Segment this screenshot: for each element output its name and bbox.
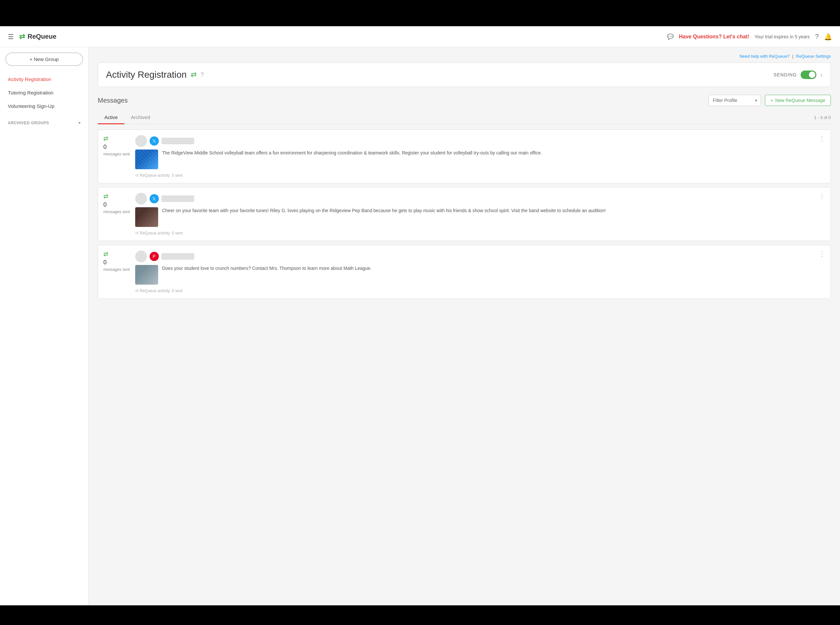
tabs-row: Active Archived 1 - 3 of 0 xyxy=(98,111,831,124)
logo-icon: ⇄ xyxy=(19,33,25,41)
stat-label: messages sent xyxy=(103,267,130,272)
help-icon[interactable]: ? xyxy=(815,33,819,40)
stat-number: 0 xyxy=(103,259,107,266)
stat-label: messages sent xyxy=(103,152,130,156)
activity-icon: ↺ xyxy=(135,173,139,178)
logo: ⇄ ReQueue xyxy=(19,33,56,41)
new-message-label: New ReQueue Message xyxy=(775,98,825,103)
chat-link[interactable]: Have Questions? Let's chat! xyxy=(679,34,750,40)
message-top: 𝕏 xyxy=(135,193,825,205)
header: ☰ ⇄ ReQueue 💬 Have Questions? Let's chat… xyxy=(0,26,840,47)
messages-controls: Filter Profile + New ReQueue Message xyxy=(708,95,831,106)
messages-header: Messages Filter Profile + New ReQueue Me… xyxy=(98,95,831,106)
message-body: The RidgeView Middle School volleyball t… xyxy=(135,149,825,169)
avatar xyxy=(135,250,147,262)
shuffle-icon: ⇄ xyxy=(103,193,108,200)
message-top: P xyxy=(135,250,825,262)
message-image xyxy=(135,265,158,285)
group-help-icon[interactable]: ? xyxy=(201,72,204,78)
account-bar xyxy=(161,196,194,202)
message-top: 𝕏 xyxy=(135,135,825,147)
message-stats: ⇄ 0 messages sent xyxy=(103,135,130,156)
archived-groups-label: ARCHIVED GROUPS xyxy=(8,121,49,125)
sending-label: SENDING xyxy=(774,72,797,78)
bottom-bar xyxy=(0,605,840,625)
archived-groups-toggle[interactable]: ARCHIVED GROUPS ▾ xyxy=(5,117,83,129)
activity-text: ReQueue activity: 0 sent xyxy=(140,231,183,235)
main-layout: + New Group Activity Registration Tutori… xyxy=(0,47,840,605)
requeue-settings-link[interactable]: ReQueue Settings xyxy=(796,54,831,59)
message-content: 𝕏 The RidgeView Middle School volleyball… xyxy=(135,135,825,178)
new-group-button[interactable]: + New Group xyxy=(5,53,83,66)
sending-toggle[interactable] xyxy=(801,70,817,79)
messages-title: Messages xyxy=(98,97,128,104)
message-image xyxy=(135,207,158,227)
message-text: Does your student love to crunch numbers… xyxy=(162,265,372,272)
activity-icon: ↺ xyxy=(135,231,139,235)
group-title-area: Activity Registration ⇄ ? xyxy=(106,70,204,80)
message-image xyxy=(135,149,158,169)
shuffle-icon: ⇄ xyxy=(103,250,108,258)
message-text: The RidgeView Middle School volleyball t… xyxy=(162,149,542,156)
logo-text: ReQueue xyxy=(28,33,56,40)
message-body: Does your student love to crunch numbers… xyxy=(135,265,825,285)
tab-active[interactable]: Active xyxy=(98,111,125,124)
header-right: 💬 Have Questions? Let's chat! Your trial… xyxy=(667,33,832,40)
new-message-button[interactable]: + New ReQueue Message xyxy=(765,95,831,106)
message-card: ⇄ 0 messages sent 𝕏 Cheer on your favori… xyxy=(98,187,831,241)
message-card: ⇄ 0 messages sent 𝕏 The RidgeView Middle… xyxy=(98,129,831,183)
message-card: ⇄ 0 messages sent P Does your student lo… xyxy=(98,245,831,299)
chevron-down-icon: ▾ xyxy=(78,121,81,125)
group-header-card: Activity Registration ⇄ ? SENDING › xyxy=(98,63,831,87)
filter-profile-select[interactable]: Filter Profile xyxy=(708,95,761,106)
sidebar-item-activity-registration[interactable]: Activity Registration xyxy=(5,73,83,86)
tabs: Active Archived xyxy=(98,111,156,124)
stat-number: 0 xyxy=(103,144,107,151)
message-stats: ⇄ 0 messages sent xyxy=(103,193,130,214)
activity-icon: ↺ xyxy=(135,289,139,293)
message-content: 𝕏 Cheer on your favorite team with your … xyxy=(135,193,825,235)
more-options-icon[interactable]: ⋮ xyxy=(819,193,825,199)
group-header-right: SENDING › xyxy=(774,70,823,79)
shuffle-icon: ⇄ xyxy=(103,135,108,142)
avatar xyxy=(135,193,147,205)
hamburger-icon[interactable]: ☰ xyxy=(8,33,14,40)
toggle-knob xyxy=(809,72,815,78)
trial-text: Your trial expires in 5 years xyxy=(755,34,810,39)
more-options-icon[interactable]: ⋮ xyxy=(819,250,825,257)
twitter-icon: 𝕏 xyxy=(150,194,159,203)
message-stats: ⇄ 0 messages sent xyxy=(103,250,130,272)
help-requeue-link[interactable]: Need help with ReQueue? xyxy=(740,54,790,59)
message-body: Cheer on your favorite team with your fa… xyxy=(135,207,825,227)
sidebar: + New Group Activity Registration Tutori… xyxy=(0,47,89,605)
more-options-icon[interactable]: ⋮ xyxy=(819,135,825,141)
requeue-activity: ↺ ReQueue activity: 0 sent xyxy=(135,173,825,178)
avatar xyxy=(135,135,147,147)
requeue-activity: ↺ ReQueue activity: 0 sent xyxy=(135,289,825,293)
sidebar-item-volunteering-signup[interactable]: Volunteering Sign-Up xyxy=(5,100,83,113)
account-bar xyxy=(161,253,194,260)
sidebar-item-tutoring-registration[interactable]: Tutoring Registration xyxy=(5,86,83,100)
group-title: Activity Registration xyxy=(106,70,187,80)
twitter-icon: 𝕏 xyxy=(150,137,159,146)
header-left: ☰ ⇄ ReQueue xyxy=(8,33,56,41)
content-header-bar: Need help with ReQueue? | ReQueue Settin… xyxy=(98,54,831,59)
pinterest-icon: P xyxy=(150,252,159,261)
pagination-text: 1 - 3 of 0 xyxy=(814,115,831,120)
message-text: Cheer on your favorite team with your fa… xyxy=(162,207,606,214)
bell-icon[interactable]: 🔔 xyxy=(824,33,832,40)
new-message-plus-icon: + xyxy=(770,98,773,103)
message-content: P Does your student love to crunch numbe… xyxy=(135,250,825,293)
group-chevron-right-icon[interactable]: › xyxy=(820,71,823,79)
tab-archived[interactable]: Archived xyxy=(125,111,156,124)
content-area: Need help with ReQueue? | ReQueue Settin… xyxy=(89,47,840,605)
account-bar xyxy=(161,138,194,144)
separator: | xyxy=(792,54,793,59)
filter-profile-wrapper: Filter Profile xyxy=(708,95,761,106)
activity-text: ReQueue activity: 0 sent xyxy=(140,173,183,178)
top-bar xyxy=(0,0,840,26)
group-shuffle-icon[interactable]: ⇄ xyxy=(191,70,196,79)
stat-label: messages sent xyxy=(103,210,130,214)
activity-text: ReQueue activity: 0 sent xyxy=(140,289,183,293)
chat-icon: 💬 xyxy=(667,33,674,40)
